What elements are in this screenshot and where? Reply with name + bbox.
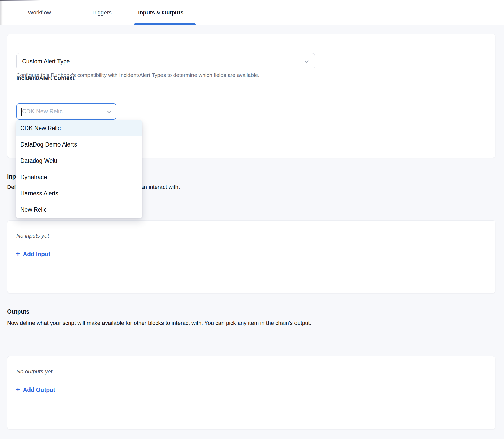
plus-icon: +: [16, 250, 20, 257]
add-input-button[interactable]: + Add Input: [16, 251, 50, 258]
add-output-label: Add Output: [23, 387, 55, 393]
dropdown-option[interactable]: CDK New Relic: [16, 120, 142, 136]
selected-context-value: Custom Alert Type: [22, 58, 70, 65]
screen: Workflow Triggers Inputs & Outputs Incid…: [0, 0, 504, 439]
text-caret: [21, 108, 22, 116]
add-input-label: Add Input: [23, 251, 50, 258]
plus-icon: +: [16, 386, 20, 393]
dropdown-option[interactable]: DataDog Demo Alerts: [16, 136, 142, 153]
incident-alert-context-select[interactable]: Custom Alert Type: [16, 53, 315, 69]
outputs-description: Now define what your script will make av…: [7, 320, 311, 326]
chevron-down-icon: [106, 109, 112, 115]
outputs-heading: Outputs: [7, 308, 29, 315]
tab-inputs-outputs[interactable]: Inputs & Outputs: [138, 0, 183, 25]
window-top-edge: [0, 0, 56, 1]
chevron-down-icon: [303, 58, 310, 65]
tab-workflow[interactable]: Workflow: [28, 0, 51, 25]
no-inputs-text: No inputs yet: [16, 232, 49, 239]
add-output-button[interactable]: + Add Output: [16, 386, 55, 393]
context-helper-text: Configure this Runbook's compatibility w…: [16, 72, 259, 78]
dropdown-option[interactable]: Dynatrace: [16, 169, 142, 185]
window-left-shade: [0, 0, 3, 25]
outputs-card: No outputs yet + Add Output: [7, 356, 495, 429]
dropdown-option[interactable]: Harness Alerts: [16, 185, 142, 201]
no-outputs-text: No outputs yet: [16, 368, 52, 375]
dropdown-option[interactable]: New Relic: [16, 201, 142, 218]
alert-type-input[interactable]: [17, 104, 116, 119]
inputs-card: No inputs yet + Add Input: [7, 220, 495, 293]
tab-triggers[interactable]: Triggers: [91, 0, 112, 25]
alert-type-combobox[interactable]: [16, 103, 116, 120]
tab-bar: Workflow Triggers Inputs & Outputs: [0, 0, 504, 25]
alert-type-dropdown-menu: CDK New Relic DataDog Demo Alerts Datado…: [16, 120, 142, 218]
dropdown-option[interactable]: Datadog Welu: [16, 153, 142, 169]
active-tab-underline: [134, 23, 196, 25]
